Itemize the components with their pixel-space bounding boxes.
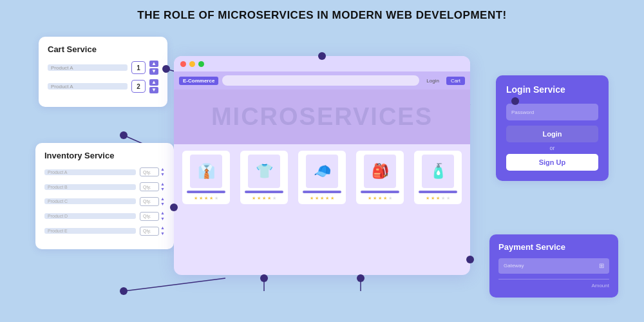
star: ★ bbox=[257, 196, 261, 200]
login-service-title: Login Service bbox=[506, 84, 598, 95]
dot-yellow bbox=[189, 61, 195, 67]
inv-qty-1: Qty. ▲▼ bbox=[140, 182, 165, 193]
inv-qty-box-1: Qty. bbox=[140, 182, 159, 191]
star: ★ bbox=[378, 196, 383, 200]
inv-qty-3: Qty. ▲▼ bbox=[140, 211, 165, 222]
cart-service-card: Cart Service Product A 1 ▲ ▼ Product A 2… bbox=[39, 37, 167, 107]
inventory-service-card: Inventory Service Product A Qty. ▲▼ Prod… bbox=[35, 143, 174, 249]
inv-row-0: Product A Qty. ▲▼ bbox=[44, 167, 165, 178]
star: ★ bbox=[214, 196, 219, 200]
conn-dot-5 bbox=[260, 274, 268, 282]
login-button[interactable]: Login bbox=[506, 126, 598, 142]
hero-text: MICROSERVICES bbox=[211, 103, 433, 131]
star: ★ bbox=[431, 196, 435, 200]
star: ★ bbox=[446, 196, 451, 200]
product-bar-0 bbox=[187, 191, 225, 193]
product-card-1: 👕 ★ ★ ★ ★ ★ bbox=[240, 151, 288, 204]
inv-qty-box-0: Qty. bbox=[140, 167, 159, 176]
inv-qty-4: Qty. ▲▼ bbox=[140, 225, 165, 236]
product-card-2: 🧢 ★ ★ ★ ★ ★ bbox=[298, 151, 346, 204]
product-bar-2 bbox=[303, 191, 341, 193]
conn-dot-7 bbox=[318, 52, 326, 60]
page-title: THE ROLE OF MICROSERVICES IN MODERN WEB … bbox=[0, 0, 644, 27]
cart-item-1: Product A 1 ▲ ▼ bbox=[48, 61, 158, 75]
cart-stepper-1[interactable]: ▲ ▼ bbox=[149, 61, 158, 75]
product-img-0: 👔 bbox=[190, 155, 222, 188]
gateway-field[interactable]: Gateway ⊞ bbox=[498, 258, 609, 274]
inv-stepper-0[interactable]: ▲▼ bbox=[160, 167, 165, 178]
star: ★ bbox=[315, 196, 319, 200]
inv-row-1: Product B Qty. ▲▼ bbox=[44, 182, 165, 193]
star: ★ bbox=[320, 196, 325, 200]
navbar-search[interactable] bbox=[222, 75, 419, 86]
product-grid: 👔 ★ ★ ★ ★ ★ 👕 ★ ★ ★ ★ ★ bbox=[174, 144, 470, 208]
navbar-cart[interactable]: Cart bbox=[446, 77, 465, 85]
inv-stepper-2[interactable]: ▲▼ bbox=[160, 196, 165, 207]
conn-dot-4 bbox=[120, 287, 128, 295]
star: ★ bbox=[310, 196, 314, 200]
star: ★ bbox=[383, 196, 388, 200]
product-stars-4: ★ ★ ★ ★ ★ bbox=[426, 196, 451, 200]
product-stars-0: ★ ★ ★ ★ ★ bbox=[194, 196, 219, 200]
star: ★ bbox=[252, 196, 256, 200]
inv-stepper-3[interactable]: ▲▼ bbox=[160, 211, 165, 222]
gateway-placeholder: Gateway bbox=[504, 263, 524, 269]
inv-row-2: Product C Qty. ▲▼ bbox=[44, 196, 165, 207]
dot-green bbox=[198, 61, 204, 67]
inv-row-3: Product D Qty. ▲▼ bbox=[44, 211, 165, 222]
inv-stepper-1[interactable]: ▲▼ bbox=[160, 182, 165, 193]
navbar-brand: E-Commerce bbox=[179, 77, 218, 85]
inv-stepper-4[interactable]: ▲▼ bbox=[160, 225, 165, 236]
inv-qty-box-3: Qty. bbox=[140, 212, 159, 221]
browser-window: E-Commerce Login Cart MICROSERVICES 👔 ★ … bbox=[174, 56, 470, 275]
cart-stepper-2[interactable]: ▲ ▼ bbox=[149, 79, 158, 93]
conn-dot-6 bbox=[357, 274, 365, 282]
star: ★ bbox=[373, 196, 377, 200]
browser-hero: MICROSERVICES bbox=[174, 90, 470, 144]
product-img-2: 🧢 bbox=[306, 155, 338, 188]
cart-item-1-label: Product A bbox=[48, 64, 128, 71]
inv-qty-0: Qty. ▲▼ bbox=[140, 167, 165, 178]
inventory-service-title: Inventory Service bbox=[44, 151, 165, 160]
navbar-login[interactable]: Login bbox=[423, 77, 442, 85]
cart-increment-2[interactable]: ▲ bbox=[149, 79, 158, 86]
inv-label-4: Product E bbox=[44, 228, 136, 234]
inv-qty-box-4: Qty. bbox=[140, 227, 159, 236]
product-card-4: 🧴 ★ ★ ★ ★ ★ bbox=[414, 151, 462, 204]
gateway-icon: ⊞ bbox=[599, 262, 604, 269]
cart-item-2-label: Product A bbox=[48, 83, 128, 90]
amount-label: Amount bbox=[498, 283, 609, 289]
product-stars-1: ★ ★ ★ ★ ★ bbox=[252, 196, 277, 200]
star: ★ bbox=[436, 196, 440, 200]
or-divider: or bbox=[506, 145, 598, 151]
star: ★ bbox=[441, 196, 446, 200]
star: ★ bbox=[330, 196, 335, 200]
payment-divider bbox=[498, 279, 609, 280]
product-img-4: 🧴 bbox=[422, 155, 454, 188]
star: ★ bbox=[267, 196, 272, 200]
conn-dot-9 bbox=[511, 97, 519, 105]
product-stars-2: ★ ★ ★ ★ ★ bbox=[310, 196, 335, 200]
cart-increment-1[interactable]: ▲ bbox=[149, 61, 158, 67]
payment-service-card: Payment Service Gateway ⊞ Amount bbox=[489, 234, 618, 298]
dot-red bbox=[180, 61, 186, 67]
product-bar-1 bbox=[245, 191, 283, 193]
star: ★ bbox=[272, 196, 277, 200]
star: ★ bbox=[388, 196, 393, 200]
inv-label-1: Product B bbox=[44, 184, 136, 190]
payment-service-title: Payment Service bbox=[498, 242, 609, 252]
inv-label-3: Product D bbox=[44, 213, 136, 219]
product-bar-4 bbox=[419, 191, 457, 193]
password-placeholder: Password bbox=[511, 109, 534, 115]
cart-decrement-2[interactable]: ▼ bbox=[149, 87, 158, 93]
cart-decrement-1[interactable]: ▼ bbox=[149, 68, 158, 75]
product-stars-3: ★ ★ ★ ★ ★ bbox=[368, 196, 393, 200]
cart-qty-2: 2 bbox=[131, 80, 146, 93]
password-field[interactable]: Password bbox=[506, 104, 598, 120]
cart-service-title: Cart Service bbox=[48, 44, 158, 54]
star: ★ bbox=[325, 196, 330, 200]
signup-button[interactable]: Sign Up bbox=[506, 154, 598, 171]
browser-navbar: E-Commerce Login Cart bbox=[174, 71, 470, 90]
conn-dot-2 bbox=[120, 131, 128, 139]
login-service-card: Login Service Password Login or Sign Up bbox=[496, 75, 609, 181]
